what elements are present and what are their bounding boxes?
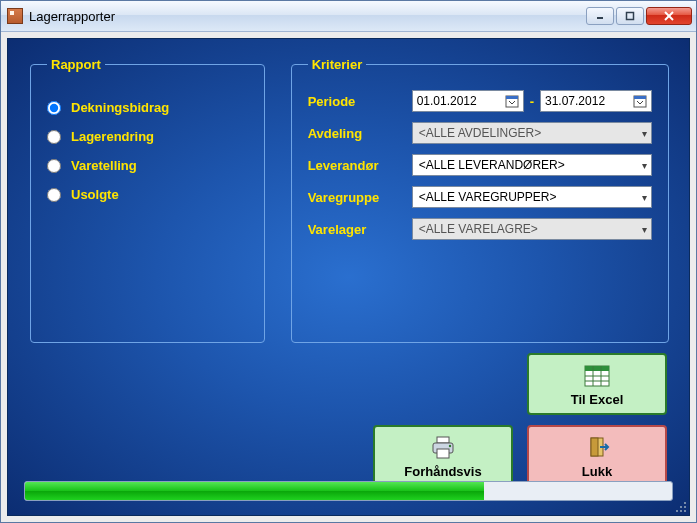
kriterier-legend: Kriterier [308, 57, 367, 72]
calendar-icon[interactable] [505, 94, 519, 108]
printer-icon [428, 434, 458, 462]
button-area: Til Excel Forhåndsvis [373, 353, 667, 487]
maximize-button[interactable] [616, 7, 644, 25]
rapport-option-label: Lagerendring [71, 129, 154, 144]
svg-point-25 [684, 510, 686, 512]
titlebar[interactable]: Lagerrapporter [1, 1, 696, 32]
periode-separator: - [530, 94, 534, 109]
rapport-option-usolgte[interactable]: Usolgte [47, 187, 248, 202]
svg-rect-9 [585, 366, 609, 371]
varegruppe-value: <ALLE VAREGRUPPER> [419, 190, 557, 204]
varelager-label: Varelager [308, 222, 412, 237]
periode-row: Periode 01.01.2012 - 31.07.2012 [308, 90, 652, 112]
rapport-radio[interactable] [47, 188, 61, 202]
svg-point-22 [684, 506, 686, 508]
leverandor-label: Leverandør [308, 158, 412, 173]
periode-from-value: 01.01.2012 [417, 94, 477, 108]
svg-point-21 [680, 506, 682, 508]
chevron-down-icon: ▾ [642, 128, 647, 139]
svg-rect-19 [591, 438, 598, 456]
rapport-group: Rapport Dekningsbidrag Lagerendring Vare… [30, 57, 265, 343]
chevron-down-icon: ▾ [642, 224, 647, 235]
preview-button[interactable]: Forhåndsvis [373, 425, 513, 487]
rapport-legend: Rapport [47, 57, 105, 72]
varelager-row: Varelager <ALLE VARELAGRE> ▾ [308, 218, 652, 240]
excel-button-label: Til Excel [571, 392, 624, 407]
rapport-option-dekningsbidrag[interactable]: Dekningsbidrag [47, 100, 248, 115]
periode-label: Periode [308, 94, 412, 109]
varelager-combo: <ALLE VARELAGRE> ▾ [412, 218, 652, 240]
leverandor-value: <ALLE LEVERANDØRER> [419, 158, 565, 172]
close-window-button[interactable] [646, 7, 692, 25]
rapport-options: Dekningsbidrag Lagerendring Varetelling … [47, 100, 248, 202]
minimize-button[interactable] [586, 7, 614, 25]
avdeling-value: <ALLE AVDELINGER> [419, 126, 542, 140]
periode-to-value: 31.07.2012 [545, 94, 605, 108]
svg-point-23 [676, 510, 678, 512]
rapport-option-varetelling[interactable]: Varetelling [47, 158, 248, 173]
svg-rect-7 [634, 96, 646, 99]
svg-rect-5 [506, 96, 518, 99]
kriterier-group: Kriterier Periode 01.01.2012 - 31.07.201… [291, 57, 669, 343]
avdeling-label: Avdeling [308, 126, 412, 141]
rapport-option-label: Usolgte [71, 187, 119, 202]
varegruppe-combo[interactable]: <ALLE VAREGRUPPER> ▾ [412, 186, 652, 208]
excel-button[interactable]: Til Excel [527, 353, 667, 415]
window-title: Lagerrapporter [29, 9, 586, 24]
progress-fill [25, 482, 484, 500]
leverandor-row: Leverandør <ALLE LEVERANDØRER> ▾ [308, 154, 652, 176]
svg-point-17 [449, 444, 451, 446]
app-icon [7, 8, 23, 24]
close-button[interactable]: Lukk [527, 425, 667, 487]
rapport-option-label: Varetelling [71, 158, 137, 173]
rapport-radio[interactable] [47, 159, 61, 173]
rapport-radio[interactable] [47, 101, 61, 115]
close-button-label: Lukk [582, 464, 612, 479]
window-buttons [586, 7, 692, 25]
window-frame: Lagerrapporter Rapport Dekningsbidrag [0, 0, 697, 523]
chevron-down-icon: ▾ [642, 160, 647, 171]
exit-icon [582, 434, 612, 462]
progress-bar [24, 481, 673, 501]
chevron-down-icon: ▾ [642, 192, 647, 203]
periode-from-input[interactable]: 01.01.2012 [412, 90, 524, 112]
svg-rect-16 [437, 449, 449, 458]
varelager-value: <ALLE VARELAGRE> [419, 222, 538, 236]
svg-rect-14 [437, 437, 449, 443]
periode-to-input[interactable]: 31.07.2012 [540, 90, 652, 112]
avdeling-row: Avdeling <ALLE AVDELINGER> ▾ [308, 122, 652, 144]
excel-icon [582, 362, 612, 390]
rapport-option-label: Dekningsbidrag [71, 100, 169, 115]
resize-grip[interactable] [675, 501, 687, 513]
preview-button-label: Forhåndsvis [404, 464, 481, 479]
svg-point-24 [680, 510, 682, 512]
rapport-radio[interactable] [47, 130, 61, 144]
svg-rect-1 [627, 13, 634, 20]
calendar-icon[interactable] [633, 94, 647, 108]
client-area: Rapport Dekningsbidrag Lagerendring Vare… [7, 38, 690, 516]
svg-point-20 [684, 502, 686, 504]
leverandor-combo[interactable]: <ALLE LEVERANDØRER> ▾ [412, 154, 652, 176]
varegruppe-row: Varegruppe <ALLE VAREGRUPPER> ▾ [308, 186, 652, 208]
rapport-option-lagerendring[interactable]: Lagerendring [47, 129, 248, 144]
avdeling-combo: <ALLE AVDELINGER> ▾ [412, 122, 652, 144]
varegruppe-label: Varegruppe [308, 190, 412, 205]
